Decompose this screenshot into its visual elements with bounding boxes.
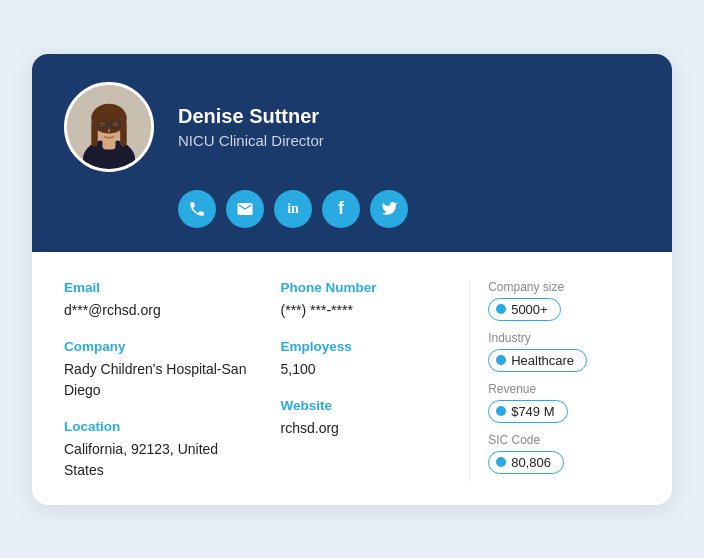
website-value: rchsd.org [281, 418, 460, 439]
svg-rect-5 [91, 120, 98, 146]
sic-group: SIC Code 80,806 [488, 433, 640, 474]
employees-label: Employess [281, 339, 460, 354]
company-value: Rady Children's Hospital-San Diego [64, 359, 261, 401]
company-size-value: 5000+ [511, 302, 548, 317]
company-label: Company [64, 339, 261, 354]
email-social-button[interactable] [226, 190, 264, 228]
phone-label: Phone Number [281, 280, 460, 295]
facebook-social-button[interactable]: f [322, 190, 360, 228]
revenue-label: Revenue [488, 382, 640, 396]
card-body: Email d***@rchsd.org Company Rady Childr… [32, 252, 672, 505]
location-label: Location [64, 419, 261, 434]
website-label: Website [281, 398, 460, 413]
company-size-tag[interactable]: 5000+ [488, 298, 561, 321]
header-info: Denise Suttner NICU Clinical Director [178, 105, 324, 149]
linkedin-social-button[interactable]: in [274, 190, 312, 228]
phone-social-button[interactable] [178, 190, 216, 228]
revenue-tag[interactable]: $749 M [488, 400, 567, 423]
profile-title: NICU Clinical Director [178, 132, 324, 149]
right-column: Company size 5000+ Industry Healthcare R… [469, 280, 640, 481]
avatar [64, 82, 154, 172]
email-label: Email [64, 280, 261, 295]
twitter-social-button[interactable] [370, 190, 408, 228]
profile-card: Denise Suttner NICU Clinical Director in… [32, 54, 672, 505]
company-size-label: Company size [488, 280, 640, 294]
email-value: d***@rchsd.org [64, 300, 261, 321]
mid-column: Phone Number (***) ***-**** Employess 5,… [271, 280, 470, 481]
header-top: Denise Suttner NICU Clinical Director [64, 82, 640, 172]
tag-dot-3 [496, 406, 506, 416]
card-header: Denise Suttner NICU Clinical Director in… [32, 54, 672, 252]
sic-value: 80,806 [511, 455, 551, 470]
sic-label: SIC Code [488, 433, 640, 447]
profile-name: Denise Suttner [178, 105, 324, 128]
tag-dot [496, 304, 506, 314]
industry-tag[interactable]: Healthcare [488, 349, 587, 372]
revenue-group: Revenue $749 M [488, 382, 640, 423]
tag-dot-2 [496, 355, 506, 365]
tag-dot-4 [496, 457, 506, 467]
svg-point-11 [113, 121, 119, 126]
sic-tag[interactable]: 80,806 [488, 451, 564, 474]
industry-label: Industry [488, 331, 640, 345]
svg-rect-6 [120, 120, 127, 146]
svg-point-10 [100, 121, 106, 126]
employees-value: 5,100 [281, 359, 460, 380]
left-column: Email d***@rchsd.org Company Rady Childr… [64, 280, 271, 481]
phone-value: (***) ***-**** [281, 300, 460, 321]
company-size-group: Company size 5000+ [488, 280, 640, 321]
revenue-value: $749 M [511, 404, 554, 419]
location-value: California, 92123, United States [64, 439, 261, 481]
social-icons: in f [178, 190, 640, 228]
industry-value: Healthcare [511, 353, 574, 368]
industry-group: Industry Healthcare [488, 331, 640, 372]
